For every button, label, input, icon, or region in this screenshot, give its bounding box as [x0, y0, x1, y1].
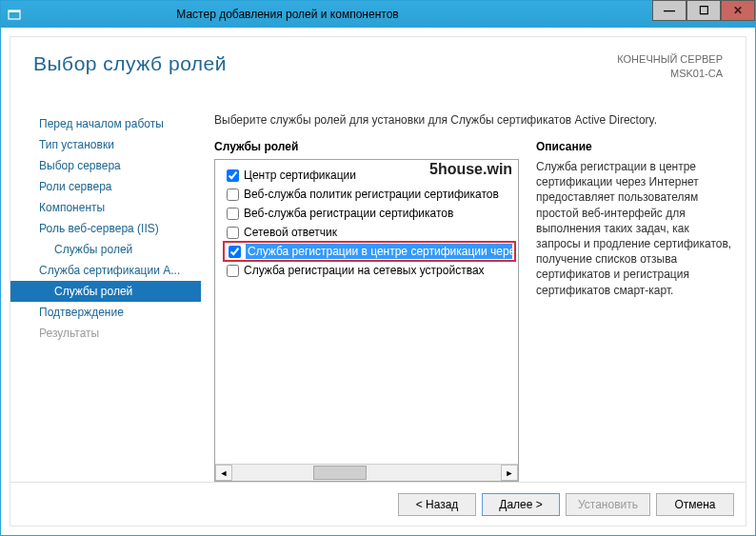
role-row-2[interactable]: Веб-служба регистрации сертификатов — [227, 204, 514, 223]
role-label-0: Центр сертификации — [244, 169, 356, 182]
instruction-text: Выберите службы ролей для установки для … — [214, 113, 736, 127]
scroll-track[interactable] — [232, 465, 501, 481]
window-controls: — ☐ ✕ — [652, 1, 755, 28]
close-button[interactable]: ✕ — [721, 0, 755, 21]
nav-item-1[interactable]: Тип установки — [10, 134, 201, 155]
app-icon — [7, 7, 22, 22]
columns: Службы ролей Центр сертификацииВеб-служб… — [214, 140, 736, 482]
next-button[interactable]: Далее > — [482, 493, 560, 516]
roles-listbox: Центр сертификацииВеб-служба политик рег… — [214, 159, 519, 482]
role-checkbox-4[interactable] — [229, 246, 241, 258]
role-label-5: Служба регистрации на сетевых устройства… — [244, 264, 485, 277]
role-row-4[interactable]: Служба регистрации в центре сертификации… — [223, 241, 516, 262]
role-checkbox-0[interactable] — [227, 169, 239, 182]
role-row-0[interactable]: Центр сертификации — [227, 166, 514, 185]
nav-item-5[interactable]: Роль веб-сервера (IIS) — [10, 218, 201, 239]
nav-item-0[interactable]: Перед началом работы — [10, 113, 201, 134]
nav-item-8[interactable]: Службы ролей — [10, 281, 201, 302]
description-header: Описание — [536, 140, 736, 153]
window-title: Мастер добавления ролей и компонентов — [28, 8, 652, 21]
svg-rect-1 — [9, 10, 20, 12]
roles-column: Службы ролей Центр сертификацииВеб-служб… — [214, 140, 519, 482]
role-checkbox-5[interactable] — [227, 265, 239, 277]
role-row-5[interactable]: Служба регистрации на сетевых устройства… — [227, 261, 514, 280]
role-checkbox-1[interactable] — [227, 189, 239, 201]
role-checkbox-3[interactable] — [227, 227, 239, 239]
cancel-button[interactable]: Отмена — [656, 493, 734, 516]
body-area: Перед началом работыТип установкиВыбор с… — [10, 104, 746, 482]
sidebar-nav: Перед началом работыТип установкиВыбор с… — [10, 104, 201, 482]
nav-item-4[interactable]: Компоненты — [10, 197, 201, 218]
header-area: Выбор служб ролей КОНЕЧНЫЙ СЕРВЕР MSK01-… — [10, 37, 746, 104]
inner-panel: Выбор служб ролей КОНЕЧНЫЙ СЕРВЕР MSK01-… — [10, 36, 746, 526]
server-label: КОНЕЧНЫЙ СЕРВЕР — [617, 52, 723, 67]
horizontal-scrollbar[interactable]: ◄ ► — [215, 464, 518, 481]
roles-list: Центр сертификацииВеб-служба политик рег… — [215, 160, 518, 464]
role-label-1: Веб-служба политик регистрации сертифика… — [244, 188, 499, 201]
server-name: MSK01-CA — [617, 67, 723, 81]
role-row-1[interactable]: Веб-служба политик регистрации сертифика… — [227, 185, 514, 204]
destination-server: КОНЕЧНЫЙ СЕРВЕР MSK01-CA — [617, 52, 723, 81]
nav-item-6[interactable]: Службы ролей — [10, 239, 201, 260]
content-wrap: Выбор служб ролей КОНЕЧНЫЙ СЕРВЕР MSK01-… — [1, 28, 755, 535]
role-label-3: Сетевой ответчик — [244, 226, 337, 239]
install-button[interactable]: Установить — [566, 493, 650, 516]
scroll-right-icon[interactable]: ► — [501, 465, 518, 481]
role-label-4: Служба регистрации в центре сертификации… — [246, 244, 512, 259]
nav-item-7[interactable]: Служба сертификации A... — [10, 260, 201, 281]
nav-item-3[interactable]: Роли сервера — [10, 176, 201, 197]
maximize-button[interactable]: ☐ — [686, 0, 721, 21]
nav-item-9[interactable]: Подтверждение — [10, 302, 201, 323]
minimize-button[interactable]: — — [652, 0, 686, 21]
footer-buttons: < Назад Далее > Установить Отмена — [10, 482, 746, 526]
nav-item-2[interactable]: Выбор сервера — [10, 155, 201, 176]
main-panel: Выберите службы ролей для установки для … — [201, 104, 746, 482]
role-label-2: Веб-служба регистрации сертификатов — [244, 207, 453, 220]
role-checkbox-2[interactable] — [227, 208, 239, 220]
description-text: Служба регистрации в центре сертификации… — [536, 159, 736, 298]
role-row-3[interactable]: Сетевой ответчик — [227, 223, 514, 242]
nav-item-10: Результаты — [10, 323, 201, 344]
wizard-window: Мастер добавления ролей и компонентов — … — [0, 0, 756, 536]
back-button[interactable]: < Назад — [398, 493, 476, 516]
scroll-left-icon[interactable]: ◄ — [215, 465, 232, 481]
scroll-thumb[interactable] — [313, 466, 367, 480]
titlebar: Мастер добавления ролей и компонентов — … — [1, 1, 755, 28]
description-column: Описание Служба регистрации в центре сер… — [519, 140, 736, 482]
roles-header: Службы ролей — [214, 140, 519, 153]
page-title: Выбор служб ролей — [33, 52, 227, 75]
